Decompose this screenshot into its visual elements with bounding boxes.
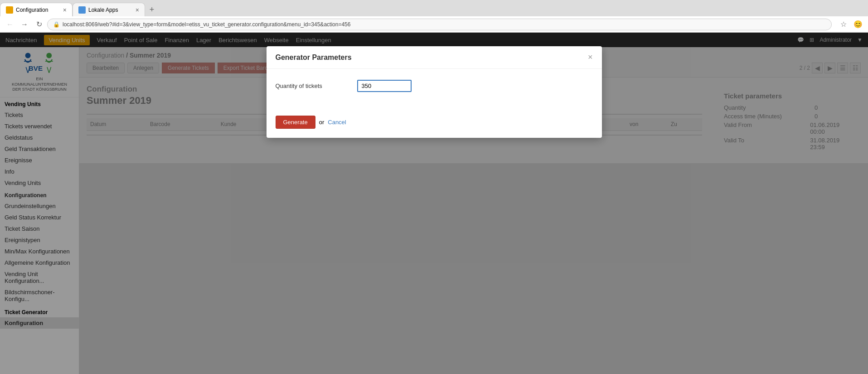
nav-bar: ← → ↻ 🔒 localhost:8069/web?#id=3&view_ty… — [0, 16, 868, 33]
lock-icon: 🔒 — [53, 21, 60, 28]
modal-body: Quantity of tickets — [267, 69, 602, 110]
refresh-button[interactable]: ↻ — [33, 18, 45, 31]
tab-configuration[interactable]: Configuration × — [0, 3, 73, 16]
cancel-button[interactable]: Cancel — [328, 119, 346, 126]
modal-footer: Generate or Cancel — [267, 110, 602, 138]
quantity-label: Quantity of tickets — [276, 83, 357, 89]
user-avatar[interactable]: 😊 — [852, 18, 864, 31]
generator-parameters-modal: Generator Parameters × Quantity of ticke… — [267, 47, 602, 138]
tab-configuration-close[interactable]: × — [63, 7, 67, 13]
browser-window: Configuration × Lokale Apps × + ← → ↻ 🔒 … — [0, 0, 868, 33]
quantity-form-row: Quantity of tickets — [276, 80, 593, 92]
app-body: BVE EIN KOMMUNALUNTERNEHMENDER STADT KÖN… — [0, 47, 868, 374]
modal-overlay: Generator Parameters × Quantity of ticke… — [79, 47, 868, 374]
quantity-input[interactable] — [357, 80, 412, 92]
lokale-favicon — [78, 6, 86, 14]
modal-or-text: or — [319, 119, 325, 126]
forward-button[interactable]: → — [18, 18, 31, 31]
modal-header: Generator Parameters × — [267, 47, 602, 69]
tab-lokale-label: Lokale Apps — [88, 7, 118, 13]
main-content: Configuration / Summer 2019 Bearbeiten A… — [79, 47, 868, 374]
tab-configuration-label: Configuration — [16, 7, 48, 13]
bookmark-button[interactable]: ☆ — [837, 18, 850, 31]
tab-lokale-close[interactable]: × — [136, 7, 139, 13]
back-button[interactable]: ← — [4, 18, 16, 31]
modal-close-button[interactable]: × — [588, 53, 593, 62]
tab-lokale[interactable]: Lokale Apps × — [73, 3, 145, 16]
new-tab-button[interactable]: + — [145, 3, 159, 16]
browser-actions: ☆ 😊 — [837, 18, 864, 31]
config-favicon — [6, 6, 13, 14]
modal-title: Generator Parameters — [276, 53, 352, 62]
url-text: localhost:8069/web?#id=3&view_type=form&… — [63, 21, 350, 28]
tab-bar: Configuration × Lokale Apps × + — [0, 0, 868, 16]
address-bar[interactable]: 🔒 localhost:8069/web?#id=3&view_type=for… — [47, 19, 832, 30]
generate-button[interactable]: Generate — [276, 116, 315, 129]
